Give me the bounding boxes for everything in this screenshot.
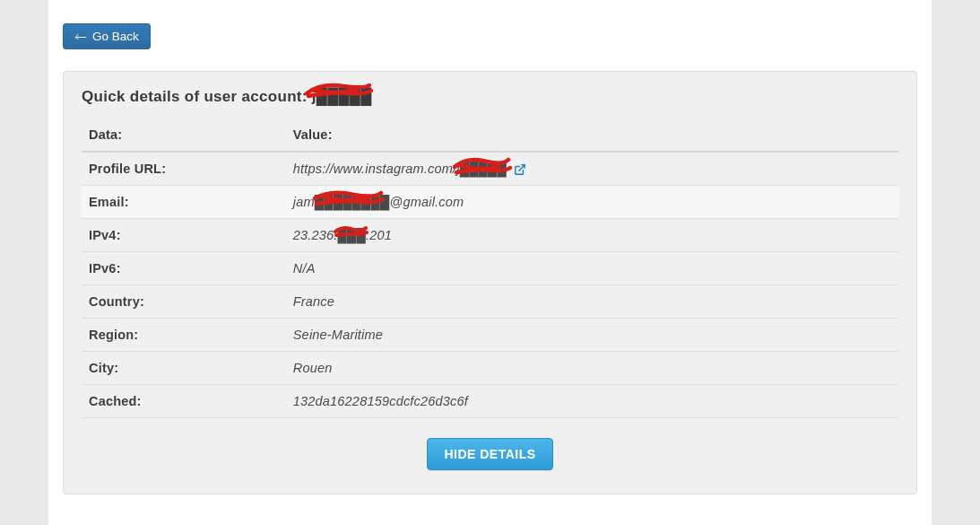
row-label-country: Country: <box>82 285 286 319</box>
row-label-region: Region: <box>82 319 286 352</box>
col-header-value: Value: <box>286 118 898 152</box>
redacted-url-username: j█████ <box>456 162 507 176</box>
table-row: City: Rouen <box>82 352 898 385</box>
go-back-label: Go Back <box>92 30 139 43</box>
row-value-city: Rouen <box>286 352 898 385</box>
table-row: IPv6: N/A <box>82 252 898 285</box>
row-value-ipv6: N/A <box>286 252 898 285</box>
row-label-email: Email: <box>82 186 286 219</box>
hide-details-button[interactable]: HIDE DETAILS <box>427 438 552 470</box>
row-value-profile-url: https://www.instagram.com/j█████ <box>286 152 898 186</box>
row-label-profile-url: Profile URL: <box>82 152 286 186</box>
table-row: Country: France <box>82 285 898 319</box>
row-label-city: City: <box>82 352 286 385</box>
table-row: Region: Seine-Maritime <box>82 319 898 352</box>
redacted-email-middle: ████████ <box>315 195 390 209</box>
table-row: Email: jam████████@gmail.com <box>82 186 898 219</box>
external-link-icon[interactable] <box>514 163 526 176</box>
row-value-email: jam████████@gmail.com <box>286 186 898 219</box>
redacted-username: j█████ <box>312 88 372 106</box>
redacted-ipv4-octet: ███ <box>338 228 366 242</box>
svg-line-0 <box>519 165 525 171</box>
details-panel: Quick details of user account: j█████ Da… <box>63 71 917 494</box>
table-row: Cached: 132da16228159cdcfc26d3c6f <box>82 385 898 418</box>
arrow-left-icon: 🡐 <box>74 31 87 43</box>
table-row: IPv4: 23.236.███.201 <box>82 219 898 252</box>
table-header-row: Data: Value: <box>82 118 898 152</box>
row-value-country: France <box>286 285 898 319</box>
row-label-cached: Cached: <box>82 385 286 418</box>
row-value-ipv4: 23.236.███.201 <box>286 219 898 252</box>
table-row: Profile URL: https://www.instagram.com/j… <box>82 152 898 186</box>
panel-title-prefix: Quick details of user account: <box>82 88 308 105</box>
details-table: Data: Value: Profile URL: https://www.in… <box>82 118 898 418</box>
go-back-button[interactable]: 🡐 Go Back <box>63 23 151 49</box>
col-header-data: Data: <box>82 118 286 152</box>
hide-details-label: HIDE DETAILS <box>444 447 535 461</box>
row-value-cached: 132da16228159cdcfc26d3c6f <box>286 385 898 418</box>
row-label-ipv4: IPv4: <box>82 219 286 252</box>
row-value-region: Seine-Maritime <box>286 319 898 352</box>
panel-title: Quick details of user account: j█████ <box>82 88 898 106</box>
row-label-ipv6: IPv6: <box>82 252 286 285</box>
